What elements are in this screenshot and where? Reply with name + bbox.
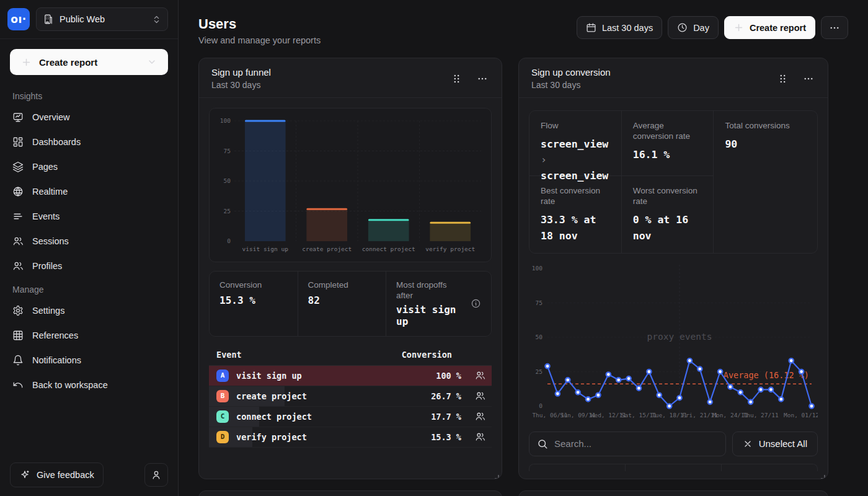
search-box xyxy=(529,432,726,456)
sidebar-item-profiles[interactable]: Profiles xyxy=(0,254,178,278)
funnel-row-connect-project[interactable]: Cconnect project17.7 % xyxy=(209,407,492,427)
event-badge: D xyxy=(216,431,229,443)
section-label-manage: Manage xyxy=(0,278,178,298)
conversion-chart: 0255075100proxy eventsAverage (16.12 %)T… xyxy=(529,260,818,424)
dashboards-icon xyxy=(12,136,24,148)
realtime-icon xyxy=(12,186,24,197)
conversion-line-chart[interactable]: 0255075100proxy eventsAverage (16.12 %)T… xyxy=(529,260,818,422)
more-options-button[interactable] xyxy=(821,16,848,39)
users-icon[interactable] xyxy=(475,432,485,442)
plus-icon xyxy=(21,57,32,68)
reports-grid: Sign up funnel Last 30 days 0255075100vi… xyxy=(179,45,868,496)
conversion-report-card: Sign up conversion Last 30 days Flow scr… xyxy=(518,58,828,479)
project-selector[interactable]: Public Web xyxy=(36,7,168,31)
stat-value: 82 xyxy=(308,294,376,306)
svg-text:Thu, 27/11: Thu, 27/11 xyxy=(743,412,778,418)
sidebar-item-events[interactable]: Events xyxy=(0,204,178,229)
create-report-button[interactable]: Create report xyxy=(10,49,168,75)
resize-handle-icon[interactable] xyxy=(820,471,825,476)
header-actions: Last 30 days Day Create report xyxy=(577,16,848,39)
main-content: Users View and manage your reports Last … xyxy=(179,0,868,496)
conversion-controls: Unselect All xyxy=(529,432,818,456)
sidebar-item-references[interactable]: References xyxy=(0,323,178,348)
users-icon[interactable] xyxy=(475,391,485,401)
notifications-icon xyxy=(12,355,24,366)
sidebar-item-overview[interactable]: Overview xyxy=(0,105,178,130)
search-input[interactable] xyxy=(554,438,718,449)
funnel-chart-panel: 0255075100visit sign upcreate projectcon… xyxy=(209,108,492,262)
conversion-card-menu-button[interactable] xyxy=(802,72,815,86)
resize-handle-icon[interactable] xyxy=(494,471,499,476)
interval-label: Day xyxy=(693,23,709,33)
event-label: verify project xyxy=(236,432,307,442)
funnel-row-visit-sign-up[interactable]: Avisit sign up100 % xyxy=(209,366,492,386)
event-label: create project xyxy=(236,391,307,401)
conversion-card-subtitle: Last 30 days xyxy=(531,80,611,90)
sidebar-item-pages[interactable]: Pages xyxy=(0,154,178,179)
drag-handle-icon[interactable] xyxy=(777,73,788,85)
column-header-conversion: Conversion xyxy=(402,350,452,360)
sparkles-icon xyxy=(19,469,30,480)
give-feedback-button[interactable]: Give feedback xyxy=(10,463,104,487)
ellipsis-icon xyxy=(829,22,840,33)
plus-icon xyxy=(733,22,744,33)
app-logo[interactable]: oı· xyxy=(7,8,30,30)
date-range-button[interactable]: Last 30 days xyxy=(577,16,662,39)
create-report-label: Create report xyxy=(39,57,97,68)
sessions-icon xyxy=(12,236,24,247)
chevrons-up-down-icon xyxy=(152,15,161,24)
funnel-row-create-project[interactable]: Bcreate project26.7 % xyxy=(209,386,492,407)
svg-text:create project: create project xyxy=(302,246,352,252)
sidebar-item-label: Dashboards xyxy=(32,137,81,147)
settings-icon xyxy=(12,305,24,316)
funnel-card-header: Sign up funnel Last 30 days xyxy=(199,58,502,98)
funnel-table-header: Event Conversion xyxy=(209,344,492,366)
svg-text:verify project: verify project xyxy=(425,246,475,252)
sidebar-item-settings[interactable]: Settings xyxy=(0,298,178,323)
stat-label: Best conversion rate xyxy=(541,186,610,207)
funnel-bar-chart[interactable]: 0255075100visit sign upcreate projectcon… xyxy=(215,115,486,256)
svg-text:proxy events: proxy events xyxy=(647,332,712,342)
sidebar-item-notifications[interactable]: Notifications xyxy=(0,348,178,373)
page-header: Users View and manage your reports Last … xyxy=(179,0,868,45)
stat-total-conversions: Total conversions 90 xyxy=(714,111,817,253)
conversion-value: 17.7 % xyxy=(431,412,461,422)
stat-label: Average conversion rate xyxy=(633,121,702,142)
calendar-icon xyxy=(586,22,596,33)
sidebar-item-back-to-workspace[interactable]: Back to workspace xyxy=(0,373,178,397)
search-icon xyxy=(537,438,548,450)
interval-button[interactable]: Day xyxy=(668,16,719,39)
svg-text:Mon, 01/12: Mon, 01/12 xyxy=(784,412,818,418)
back-icon xyxy=(12,379,24,391)
stat-value: 0 % at 16 nov xyxy=(633,212,702,244)
info-icon[interactable] xyxy=(471,298,481,309)
clock-icon xyxy=(677,22,688,33)
svg-text:100: 100 xyxy=(532,265,542,272)
project-name: Public Web xyxy=(60,14,146,24)
sidebar-item-dashboards[interactable]: Dashboards xyxy=(0,130,178,154)
funnel-row-verify-project[interactable]: Dverify project15.3 % xyxy=(209,427,492,448)
sidebar: oı· Public Web Create report InsightsOve… xyxy=(0,0,179,496)
conversion-card-header: Sign up conversion Last 30 days xyxy=(519,58,828,98)
funnel-card-subtitle: Last 30 days xyxy=(211,80,271,90)
funnel-card-menu-button[interactable] xyxy=(476,72,489,86)
stat-worst-rate: Worst conversion rate 0 % at 16 nov xyxy=(622,176,714,252)
conversion-card-title: Sign up conversion xyxy=(531,67,611,78)
give-feedback-label: Give feedback xyxy=(37,470,94,480)
sidebar-item-realtime[interactable]: Realtime xyxy=(0,179,178,204)
create-report-header-button[interactable]: Create report xyxy=(724,16,815,39)
event-badge: A xyxy=(216,370,229,382)
users-icon[interactable] xyxy=(475,370,485,381)
svg-text:Average (16.12 %): Average (16.12 %) xyxy=(724,370,809,380)
drag-handle-icon[interactable] xyxy=(451,73,462,85)
stat-value: 33.3 % at 18 nov xyxy=(541,212,610,244)
svg-text:75: 75 xyxy=(224,148,231,154)
event-label: connect project xyxy=(236,412,312,422)
users-icon[interactable] xyxy=(475,411,485,422)
ellipsis-icon xyxy=(803,73,814,84)
stat-dropoffs: Most dropoffs after visit sign up xyxy=(386,272,491,336)
unselect-all-button[interactable]: Unselect All xyxy=(732,432,818,456)
funnel-report-card: Sign up funnel Last 30 days 0255075100vi… xyxy=(198,58,502,479)
profile-button[interactable] xyxy=(144,463,168,487)
sidebar-item-sessions[interactable]: Sessions xyxy=(0,229,178,254)
